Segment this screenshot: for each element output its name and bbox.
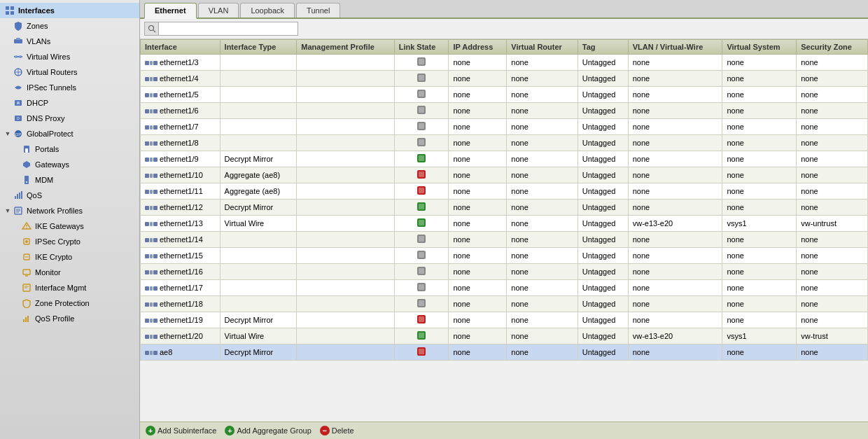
qos-profile-icon	[21, 313, 32, 324]
svg-rect-111	[153, 254, 158, 258]
sidebar-label-network-profiles: Network Profiles	[27, 207, 83, 215]
cell-vlan-4: none	[628, 119, 722, 135]
sidebar-item-zone-protection[interactable]: Zone Protection	[0, 295, 139, 311]
table-row[interactable]: ethernet1/7nonenoneUntaggednonenonenone	[141, 119, 868, 135]
table-row[interactable]: ethernet1/19Decrypt MirrornonenoneUntagg…	[141, 312, 868, 328]
svg-rect-60	[150, 93, 153, 97]
table-row[interactable]: ethernet1/4nonenoneUntaggednonenonenone	[141, 71, 868, 87]
cell-vsys-2: none	[722, 87, 797, 103]
sidebar-item-vlans[interactable]: VLANs	[0, 34, 139, 49]
col-header-interface-type: Interface Type	[220, 40, 297, 55]
sidebar-item-gateways[interactable]: Gateways	[0, 157, 139, 172]
svg-point-34	[26, 228, 27, 229]
table-row[interactable]: ethernet1/16nonenoneUntaggednonenonenone	[141, 264, 868, 280]
col-header-virtual-router: Virtual Router	[507, 40, 578, 55]
cell-zone-2: none	[797, 87, 868, 103]
cell-link-14	[394, 280, 449, 296]
sidebar-item-interface-mgmt[interactable]: Interface Mgmt	[0, 280, 139, 295]
sidebar-label-zone-protection: Zone Protection	[35, 299, 90, 307]
tab-loopback[interactable]: Loopback	[240, 3, 295, 18]
delete-button[interactable]: − Delete	[320, 426, 354, 435]
sidebar-item-virtual-wires[interactable]: Virtual Wires	[0, 49, 139, 64]
cell-zone-12: none	[797, 248, 868, 264]
cell-mgmt-1	[297, 71, 394, 87]
table-row[interactable]: ethernet1/12Decrypt MirrornonenoneUntagg…	[141, 200, 868, 216]
cell-type-16: Decrypt Mirror	[220, 312, 297, 328]
table-row[interactable]: ethernet1/10Aggregate (ae8)nonenoneUntag…	[141, 167, 868, 183]
cell-vsys-12: none	[722, 248, 797, 264]
table-row[interactable]: ethernet1/15nonenoneUntaggednonenonenone	[141, 248, 868, 264]
sidebar-item-dns-proxy[interactable]: DDNS Proxy	[0, 111, 139, 126]
sidebar-label-globalprotect: GlobalProtect	[27, 130, 74, 138]
sidebar-label-ipsec-tunnels: IPSec Tunnels	[27, 83, 76, 92]
add-aggregate-group-button[interactable]: + Add Aggregate Group	[225, 426, 311, 435]
add-subinterface-button[interactable]: + Add Subinterface	[146, 426, 216, 435]
cell-vsys-15: none	[722, 296, 797, 312]
svg-rect-121	[153, 286, 158, 291]
cell-link-18	[394, 344, 449, 361]
sidebar-item-globalprotect[interactable]: ▼GPGlobalProtect	[0, 126, 139, 141]
sidebar-item-ipsec-crypto[interactable]: IPSec Crypto	[0, 234, 139, 249]
bottom-bar: + Add Subinterface + Add Aggregate Group…	[140, 421, 868, 439]
sidebar-item-monitor[interactable]: Monitor	[0, 265, 139, 280]
table-row[interactable]: ethernet1/17nonenoneUntaggednonenonenone	[141, 280, 868, 296]
cell-vr-10: none	[507, 216, 578, 232]
sidebar-item-dhcp[interactable]: DHCP	[0, 95, 139, 111]
table-body: ethernet1/3nonenoneUntaggednonenonenonee…	[141, 55, 868, 361]
cell-vsys-16: none	[722, 312, 797, 328]
sidebar: InterfacesZonesVLANsVirtual WiresVirtual…	[0, 0, 140, 439]
cell-interface-12: ethernet1/15	[141, 248, 220, 264]
sidebar-item-portals[interactable]: Portals	[0, 141, 139, 157]
cell-vr-15: none	[507, 296, 578, 312]
sidebar-item-network-profiles[interactable]: ▼Network Profiles	[0, 203, 139, 218]
svg-rect-50	[150, 61, 153, 65]
cell-vsys-8: none	[722, 183, 797, 200]
table-row[interactable]: ae8Decrypt MirrornonenoneUntaggednonenon…	[141, 344, 868, 361]
table-row[interactable]: ethernet1/11Aggregate (ae8)nonenoneUntag…	[141, 183, 868, 200]
sidebar-item-qos[interactable]: QoS	[0, 188, 139, 203]
cell-vsys-4: none	[722, 119, 797, 135]
table-row[interactable]: ethernet1/9Decrypt MirrornonenoneUntagge…	[141, 151, 868, 167]
sidebar-item-ipsec-tunnels[interactable]: IPSec Tunnels	[0, 80, 139, 95]
cell-vlan-15: none	[628, 296, 722, 312]
sidebar-item-virtual-routers[interactable]: Virtual Routers	[0, 64, 139, 80]
tab-ethernet[interactable]: Ethernet	[144, 3, 197, 19]
table-row[interactable]: ethernet1/20Virtual WirenonenoneUntagged…	[141, 328, 868, 344]
sidebar-item-ike-gateways[interactable]: IKE Gateways	[0, 218, 139, 234]
table-row[interactable]: ethernet1/18nonenoneUntaggednonenonenone	[141, 296, 868, 312]
table-row[interactable]: ethernet1/6nonenoneUntaggednonenonenone	[141, 103, 868, 119]
tab-vlan[interactable]: VLAN	[198, 3, 239, 18]
cell-ip-5: none	[449, 135, 507, 151]
cell-interface-0: ethernet1/3	[141, 55, 220, 71]
sidebar-item-mdm[interactable]: MDM	[0, 172, 139, 188]
table-row[interactable]: ethernet1/13Virtual WirenonenoneUntagged…	[141, 216, 868, 232]
cell-vr-11: none	[507, 232, 578, 248]
cell-vsys-18: none	[722, 344, 797, 361]
col-header-tag: Tag	[578, 40, 628, 55]
sidebar-item-interfaces[interactable]: Interfaces	[0, 3, 139, 18]
cell-zone-3: none	[797, 103, 868, 119]
tab-tunnel[interactable]: Tunnel	[296, 3, 340, 18]
table-row[interactable]: ethernet1/3nonenoneUntaggednonenonenone	[141, 55, 868, 71]
search-input[interactable]	[158, 22, 298, 36]
table-row[interactable]: ethernet1/8nonenoneUntaggednonenonenone	[141, 135, 868, 151]
cell-vsys-14: none	[722, 280, 797, 296]
svg-rect-129	[145, 319, 149, 323]
cell-type-3	[220, 103, 297, 119]
ike-gw-icon	[21, 221, 32, 232]
cell-vr-4: none	[507, 119, 578, 135]
grid-icon	[4, 5, 15, 16]
table-row[interactable]: ethernet1/5nonenoneUntaggednonenonenone	[141, 87, 868, 103]
cell-interface-18: ae8	[141, 344, 220, 361]
tunnel-icon	[13, 82, 24, 93]
svg-rect-1	[10, 6, 14, 10]
sidebar-item-qos-profile[interactable]: QoS Profile	[0, 311, 139, 326]
table-row[interactable]: ethernet1/14nonenoneUntaggednonenonenone	[141, 232, 868, 248]
svg-rect-51	[153, 61, 158, 65]
cell-tag-4: Untagged	[578, 119, 628, 135]
cell-link-13	[394, 264, 449, 280]
cell-mgmt-16	[297, 312, 394, 328]
sidebar-item-ike-crypto[interactable]: IKE Crypto	[0, 249, 139, 265]
sidebar-item-zones[interactable]: Zones	[0, 18, 139, 34]
portal-icon	[21, 144, 32, 155]
